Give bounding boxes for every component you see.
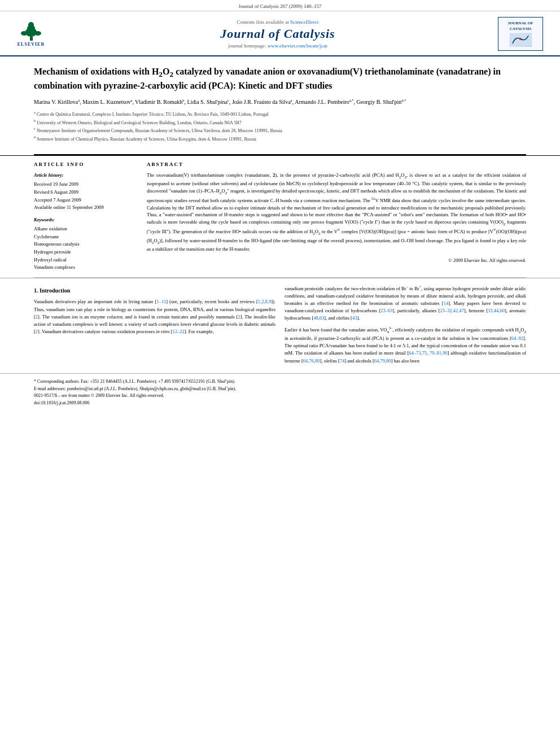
keyword-1: Alkane oxidation [34,225,135,233]
ref-64-73[interactable]: 64–73,75, 79–81,90 [409,350,447,356]
journal-title-main: Journal of Catalysis [58,27,498,41]
intro-para-1: Vanadium derivatives play an important r… [34,298,275,335]
intro-para-3: Earlier it has been found that the vanad… [285,325,526,365]
affiliations-block: a Centro de Química Estrutural, Complexo… [34,110,526,143]
keyword-5: Hydroxyl radical [34,256,135,264]
header-left: ELSEVIER [11,19,58,50]
elsevier-logo: ELSEVIER [11,19,51,50]
article-section: Mechanism of oxidations with H2O2 cataly… [0,56,560,154]
ref-12-22[interactable]: 12–22 [173,329,185,334]
svg-point-4 [21,31,28,36]
article-info-label: ARTICLE INFO [34,161,135,167]
ref-33[interactable]: 33,44,60 [488,308,505,313]
homepage-url[interactable]: www.elsevier.com/locate/jcat [268,43,327,49]
svg-point-5 [34,31,41,36]
sciencedirect-line: Contents lists available at ScienceDirec… [58,19,498,25]
email-footnote: E-mail addresses: pombeiro@ist.utl.pt (A… [34,386,526,393]
affiliation-a: a Centro de Química Estrutural, Complexo… [34,110,526,118]
keyword-3: Homogeneous catalysis [34,241,135,248]
doi-footnote: doi:10.1016/j.jcat.2009.08.006 [34,400,526,407]
elsevier-tree-icon [19,21,44,41]
ref-2b[interactable]: 2 [238,314,240,320]
journal-reference-bar: Journal of Catalysis 267 (2009) 140–157 [0,0,560,11]
keyword-4: Hydrogen peroxide [34,248,135,256]
abstract-label: ABSTRACT [147,161,526,167]
journal-badge-image [509,33,532,47]
journal-badge: JOURNAL OFCATALYSIS [498,17,543,51]
received-date: Received 19 June 2009 [34,181,78,187]
svg-rect-0 [30,37,33,41]
keyword-2: Cyclohexane [34,233,135,241]
journal-header: ELSEVIER Contents lists available at Sci… [0,11,560,56]
sciencedirect-prefix: Contents lists available at [237,19,290,25]
article-title: Mechanism of oxidations with H2O2 cataly… [34,65,526,92]
journal-reference-text: Journal of Catalysis 267 (2009) 140–157 [238,3,321,9]
body-col-left: 1. Introduction Vanadium derivatives pla… [34,284,275,368]
ref-43[interactable]: 43 [352,315,357,321]
ref-2[interactable]: 2 [36,314,38,320]
article-info-column: ARTICLE INFO Article history: Received 1… [34,161,135,272]
intro-heading: 1. Introduction [34,286,275,295]
ref-48-63[interactable]: 48,63 [313,315,324,321]
affiliation-d: d Semenov Institute of Chemical Physics,… [34,134,526,143]
ref-64-92[interactable]: 64–92 [511,335,523,341]
abstract-text: The oxovanadium(V) triethanolaminate com… [147,172,526,253]
ref-1289[interactable]: 1,2,8,9 [258,299,271,304]
body-col-right: vanadium pentoxide catalyzes the two-ele… [285,284,526,368]
history-label: Article history: [34,172,135,180]
abstract-column: ABSTRACT The oxovanadium(V) triethanolam… [147,161,526,272]
accepted-date: Accepted 7 August 2009 [34,197,81,203]
intro-para-2: vanadium pentoxide catalyzes the two-ele… [285,284,526,322]
body-section: 1. Introduction Vanadium derivatives pla… [0,278,560,373]
keywords-block: Keywords: Alkane oxidation Cyclohexane H… [34,216,135,272]
elsevier-label: ELSEVIER [18,42,45,47]
sciencedirect-link[interactable]: ScienceDirect [290,19,318,25]
ref-14[interactable]: 14 [444,300,449,306]
keyword-6: Vanadium complexes [34,264,135,272]
article-info-abstract-section: ARTICLE INFO Article history: Received 1… [0,155,560,277]
journal-homepage: journal homepage: www.elsevier.com/locat… [58,43,498,49]
svg-point-7 [519,38,522,40]
ref-2c[interactable]: 2 [36,329,38,334]
ref-23-32[interactable]: 23–32,42,47 [440,308,464,313]
affiliation-c: c Nesmeyanov Institute of Organoelement … [34,126,526,134]
keywords-label: Keywords: [34,216,135,224]
footnotes-block: * Corresponding authors. Fax: +351 21 84… [0,373,560,410]
ref-64-76[interactable]: 64,76,80 [303,358,320,364]
ref-64-79[interactable]: 64,79,80 [374,358,391,364]
corresponding-footnote: * Corresponding authors. Fax: +351 21 84… [34,378,526,386]
affiliation-b: b University of Western Ontario, Biologi… [34,118,526,126]
ref-23-63[interactable]: 23–63 [380,308,392,313]
copyright-line: © 2009 Elsevier Inc. All rights reserved… [147,257,526,263]
ref-1-11[interactable]: 1–11 [157,299,167,304]
issn-footnote: 0021-9517/$ – see front matter © 2009 El… [34,392,526,400]
page-wrapper: Journal of Catalysis 267 (2009) 140–157 … [0,0,560,410]
homepage-prefix: journal homepage: [228,43,267,49]
article-history-block: Article history: Received 19 June 2009 R… [34,172,135,212]
svg-point-3 [28,22,34,28]
online-date: Available online 11 September 2009 [34,204,104,210]
ref-74[interactable]: 74 [340,358,345,364]
header-center: Contents lists available at ScienceDirec… [58,19,498,49]
authors-line: Marina V. Kirillovaa, Maxim L. Kuznetsov… [34,98,526,106]
journal-badge-title: JOURNAL OFCATALYSIS [508,21,533,31]
revised-date: Revised 6 August 2009 [34,189,78,195]
